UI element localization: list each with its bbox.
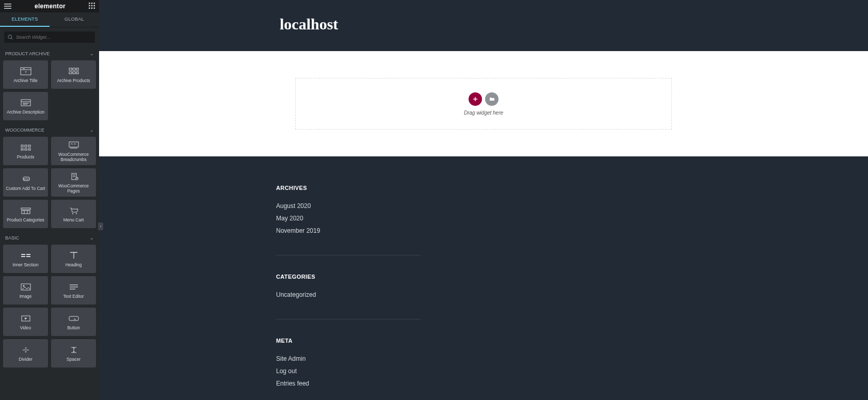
folder-icon bbox=[489, 96, 495, 102]
svg-rect-1 bbox=[91, 3, 93, 4]
spacer-icon bbox=[69, 344, 79, 356]
widget-label: Archive Title bbox=[13, 78, 37, 84]
widgets-basic: Inner Section Heading Image Text Editor … bbox=[3, 245, 96, 371]
widget-text-editor[interactable]: Text Editor bbox=[51, 276, 96, 305]
widget-label: Inner Section bbox=[12, 263, 38, 268]
svg-point-50 bbox=[23, 285, 24, 287]
widget-divider[interactable]: Divider bbox=[3, 339, 48, 367]
widget-label: Products bbox=[17, 155, 35, 160]
widget-products[interactable]: Products bbox=[3, 137, 48, 165]
inner-section-icon bbox=[20, 250, 31, 261]
widgets-product-archive: T Archive Title Archive Products Archive… bbox=[3, 60, 96, 123]
footer-heading-meta: META bbox=[276, 338, 421, 344]
svg-rect-33 bbox=[23, 177, 29, 181]
products-icon bbox=[20, 142, 31, 153]
footer-meta: META Site Admin Log out Entries feed bbox=[276, 338, 421, 400]
widget-archive-description[interactable]: Archive Description bbox=[3, 92, 48, 120]
svg-rect-19 bbox=[73, 72, 75, 74]
widget-woo-breadcrumbs[interactable]: WooCommerce Breadcrumbs bbox=[51, 137, 96, 165]
dropzone-buttons bbox=[469, 92, 499, 106]
widget-button[interactable]: Button bbox=[51, 308, 96, 336]
search-box[interactable] bbox=[4, 31, 95, 43]
elementor-logo: elementor bbox=[11, 3, 89, 10]
widget-image[interactable]: Image bbox=[3, 276, 48, 305]
svg-point-38 bbox=[75, 178, 78, 180]
tab-global[interactable]: GLOBAL bbox=[50, 12, 99, 27]
svg-line-10 bbox=[11, 38, 13, 40]
list-item[interactable]: May 2020 bbox=[276, 215, 421, 222]
widget-archive-title[interactable]: T Archive Title bbox=[3, 60, 48, 89]
widget-product-categories[interactable]: Product Categories bbox=[3, 200, 48, 228]
list-item[interactable]: Uncategorized bbox=[276, 291, 421, 298]
svg-rect-7 bbox=[91, 8, 93, 9]
archives-list: August 2020 May 2020 November 2019 bbox=[276, 202, 421, 234]
list-item[interactable]: Entries feed bbox=[276, 380, 421, 387]
add-to-cart-icon: WOO bbox=[20, 173, 31, 185]
widget-video[interactable]: Video bbox=[3, 308, 48, 336]
search-icon bbox=[8, 35, 13, 40]
section-title: WOOCOMMERCE bbox=[5, 127, 44, 133]
widget-label: Menu Cart bbox=[63, 218, 84, 223]
widget-menu-cart[interactable]: Menu Cart bbox=[51, 200, 96, 228]
svg-rect-18 bbox=[69, 72, 72, 74]
svg-point-44 bbox=[76, 213, 77, 214]
svg-rect-31 bbox=[69, 142, 78, 147]
widget-spacer[interactable]: Spacer bbox=[51, 339, 96, 367]
chevron-down-icon: ⌄ bbox=[90, 127, 94, 133]
svg-rect-29 bbox=[25, 149, 27, 150]
svg-rect-45 bbox=[21, 254, 25, 255]
svg-rect-55 bbox=[69, 316, 78, 321]
list-item[interactable]: Log out bbox=[276, 367, 421, 375]
widget-woo-pages[interactable]: WooCommerce Pages bbox=[51, 168, 96, 197]
list-item[interactable]: August 2020 bbox=[276, 202, 421, 210]
list-item[interactable]: Site Admin bbox=[276, 355, 421, 362]
add-template-button[interactable] bbox=[485, 92, 499, 106]
heading-icon bbox=[69, 250, 79, 261]
apps-grid-icon[interactable] bbox=[89, 2, 95, 11]
tab-elements[interactable]: ELEMENTS bbox=[0, 12, 50, 27]
section-header-woocommerce[interactable]: WOOCOMMERCE ⌄ bbox=[3, 123, 96, 137]
svg-rect-21 bbox=[21, 100, 30, 106]
search-input[interactable] bbox=[16, 35, 91, 40]
footer-heading-archives: ARCHIVES bbox=[276, 185, 421, 191]
widget-label: Custom Add To Cart bbox=[6, 186, 45, 191]
svg-point-43 bbox=[72, 213, 73, 214]
widget-inner-section[interactable]: Inner Section bbox=[3, 245, 48, 273]
site-header: localhost bbox=[99, 0, 868, 51]
add-section-button[interactable] bbox=[469, 92, 482, 106]
widget-label: Product Categories bbox=[7, 218, 44, 223]
section-product-archive: PRODUCT ARCHIVE ⌄ T Archive Title Archiv… bbox=[0, 47, 99, 123]
svg-rect-54 bbox=[22, 316, 30, 321]
widgets-woocommerce: Products WooCommerce Breadcrumbs WOO Cus… bbox=[3, 137, 96, 231]
list-item[interactable]: November 2019 bbox=[276, 227, 421, 234]
svg-rect-30 bbox=[28, 149, 30, 150]
hamburger-icon[interactable] bbox=[4, 4, 11, 9]
app-root: elementor ELEMENTS GLOBAL PRODUCT ARCHIV… bbox=[0, 0, 868, 400]
svg-rect-28 bbox=[21, 149, 23, 150]
elementor-sidebar: elementor ELEMENTS GLOBAL PRODUCT ARCHIV… bbox=[0, 0, 99, 400]
footer-heading-categories: CATEGORIES bbox=[276, 274, 421, 280]
svg-rect-6 bbox=[89, 8, 90, 9]
svg-rect-35 bbox=[72, 173, 76, 180]
footer-categories: CATEGORIES Uncategorized bbox=[276, 274, 421, 319]
widget-label: Heading bbox=[66, 263, 82, 268]
archive-description-icon bbox=[20, 97, 31, 108]
widget-heading[interactable]: Heading bbox=[51, 245, 96, 273]
widget-custom-add-to-cart[interactable]: WOO Custom Add To Cart bbox=[3, 168, 48, 197]
section-header-basic[interactable]: BASIC ⌄ bbox=[3, 231, 96, 245]
archive-title-icon: T bbox=[20, 66, 31, 77]
plus-icon bbox=[473, 97, 478, 102]
woo-pages-icon bbox=[68, 171, 79, 182]
collapse-sidebar-handle[interactable]: ‹ bbox=[98, 222, 103, 230]
widget-label: WooCommerce Breadcrumbs bbox=[53, 152, 94, 163]
section-title: PRODUCT ARCHIVE bbox=[5, 51, 50, 56]
widget-label: Divider bbox=[19, 357, 32, 362]
drop-zone[interactable]: Drag widget here bbox=[295, 78, 672, 130]
widget-archive-products[interactable]: Archive Products bbox=[51, 60, 96, 89]
section-header-product-archive[interactable]: PRODUCT ARCHIVE ⌄ bbox=[3, 47, 96, 60]
svg-rect-25 bbox=[21, 145, 23, 147]
footer-archives: ARCHIVES August 2020 May 2020 November 2… bbox=[276, 185, 421, 255]
site-title[interactable]: localhost bbox=[280, 15, 338, 33]
svg-rect-3 bbox=[89, 5, 90, 7]
svg-rect-47 bbox=[21, 256, 25, 257]
